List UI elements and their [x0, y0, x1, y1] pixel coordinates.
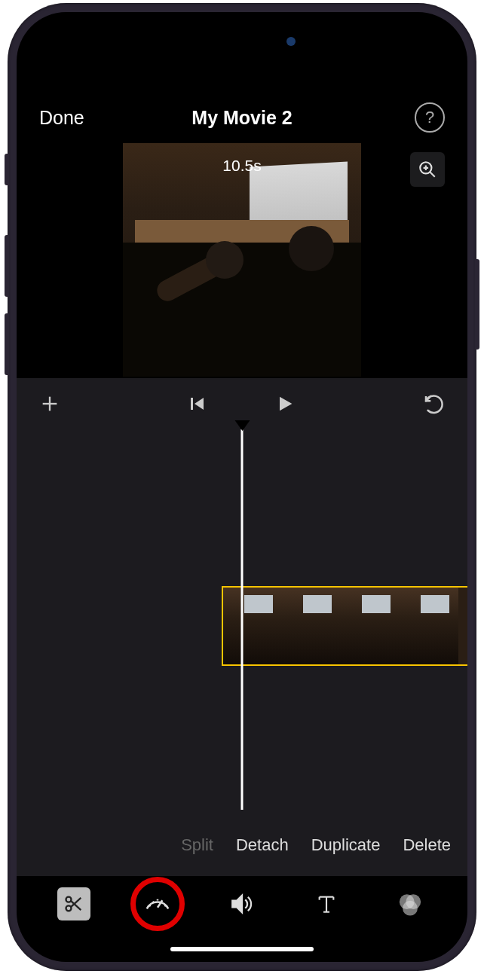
undo-button[interactable] — [422, 392, 445, 415]
dynamic-island — [179, 26, 305, 57]
screen: Done My Movie 2 ? 10.5s — [17, 12, 467, 962]
speedometer-icon — [143, 890, 172, 918]
play-button[interactable] — [274, 393, 296, 414]
playhead[interactable] — [241, 429, 244, 810]
svg-line-3 — [430, 172, 435, 177]
speaker-icon — [229, 891, 255, 917]
tool-row — [17, 876, 467, 932]
titles-tool-button[interactable] — [305, 883, 348, 925]
clip-thumbnail — [223, 588, 282, 664]
project-title: My Movie 2 — [191, 107, 292, 129]
add-media-button[interactable] — [39, 393, 60, 414]
done-button[interactable]: Done — [39, 107, 84, 129]
power-button — [475, 259, 479, 350]
detach-action[interactable]: Detach — [236, 835, 289, 855]
svg-marker-8 — [280, 397, 292, 411]
help-button[interactable]: ? — [415, 102, 445, 133]
volume-tool-button[interactable] — [221, 883, 263, 925]
timeline[interactable]: Split Detach Duplicate Delete — [17, 429, 467, 876]
svg-marker-7 — [195, 398, 204, 410]
volume-up-button — [5, 235, 9, 297]
playhead-marker-icon — [234, 420, 250, 431]
clip-action-row: Split Detach Duplicate Delete — [181, 835, 451, 855]
speed-tool-button[interactable] — [136, 883, 179, 925]
preview-frame: 10.5s — [123, 143, 361, 377]
clip-duration-badge: 10.5s — [222, 157, 261, 175]
scissors-icon — [63, 893, 84, 914]
magnifier-plus-icon — [418, 160, 437, 179]
rewind-to-start-button[interactable] — [188, 395, 207, 413]
clip-thumbnail — [400, 588, 458, 664]
phone-frame: Done My Movie 2 ? 10.5s — [8, 3, 476, 971]
skip-back-icon — [188, 395, 207, 413]
zoom-button[interactable] — [410, 152, 445, 187]
question-mark-icon: ? — [425, 108, 434, 127]
filters-tool-button[interactable] — [389, 883, 431, 925]
undo-icon — [422, 392, 445, 415]
side-button — [5, 154, 9, 185]
video-preview[interactable]: 10.5s — [17, 143, 467, 378]
svg-line-14 — [149, 905, 151, 907]
plus-icon — [39, 393, 60, 414]
header-bar: Done My Movie 2 ? — [17, 95, 467, 140]
duplicate-action[interactable]: Duplicate — [311, 835, 381, 855]
clip-thumbnail — [341, 588, 400, 664]
play-icon — [274, 393, 296, 414]
filters-icon — [397, 891, 423, 917]
home-indicator[interactable] — [170, 947, 314, 951]
split-action[interactable]: Split — [181, 835, 213, 855]
svg-line-15 — [153, 902, 154, 903]
svg-line-17 — [165, 905, 167, 907]
camera-dot-icon — [286, 37, 296, 46]
svg-rect-6 — [191, 398, 193, 410]
svg-point-26 — [403, 901, 418, 916]
video-clip[interactable] — [222, 586, 467, 666]
svg-marker-18 — [232, 896, 242, 913]
volume-down-button — [5, 313, 9, 375]
clip-thumbnail — [282, 588, 341, 664]
delete-action[interactable]: Delete — [403, 835, 451, 855]
trim-tool-button[interactable] — [53, 883, 95, 925]
text-icon — [314, 892, 338, 916]
